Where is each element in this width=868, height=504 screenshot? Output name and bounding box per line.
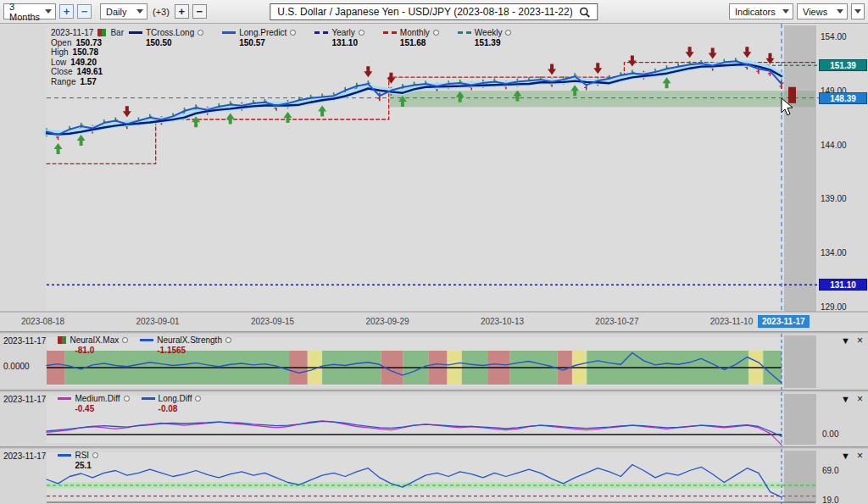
ohlc-row: Range1.57 [51, 77, 124, 87]
panel-legend-value: -0.08 [159, 404, 202, 413]
panel-header: 2023-11-17RSI25.1 [3, 451, 98, 470]
symbol-title: U.S. Dollar / Japanese Yen - USD/JPY (20… [277, 6, 572, 18]
close-panel-icon[interactable]: × [857, 335, 863, 346]
add-bars-button[interactable]: + [175, 4, 189, 19]
legend-label: Long.Predict [239, 28, 287, 37]
ohlc-row: Open150.73 [51, 38, 124, 48]
chart-legend: TCross.Long150.50Long.Predict150.57Yearl… [129, 28, 511, 47]
ohlc-label: Range [51, 77, 75, 87]
panel-diff[interactable]: 2023-11-17Medium.Diff-0.45Long.Diff-0.08… [0, 392, 868, 446]
legend-option-circle[interactable] [290, 30, 296, 36]
date-axis-tick: 2023-11-10 [710, 317, 753, 326]
legend-value: 150.50 [146, 38, 203, 47]
date-axis-tick: 2023-09-01 [136, 317, 179, 326]
legend-value: 151.39 [475, 38, 512, 47]
panel-legend-value: -81.0 [75, 346, 128, 355]
legend-option-circle[interactable] [198, 30, 203, 36]
ohlc-value: 149.61 [77, 67, 103, 77]
collapse-panel-icon[interactable]: ▼ [841, 451, 850, 461]
cursor-date-badge: 2023-11-17 [758, 315, 810, 328]
date-axis-tick: 2023-08-18 [21, 317, 64, 326]
value-axis-label: 0.00 [822, 429, 838, 439]
value-axis-label: 69.0 [822, 466, 838, 475]
remove-bars-button[interactable]: − [192, 4, 207, 19]
date-axis-tick: 2023-09-15 [251, 317, 294, 326]
period-select[interactable]: Daily [100, 3, 147, 19]
panel-legend-value: 25.1 [75, 461, 98, 470]
legend-item-top: TCross.Long [129, 28, 203, 37]
chevron-down-icon [782, 9, 789, 14]
price-level-badge: 148.39 [819, 92, 867, 104]
legend-item-long-predict: Long.Predict150.57 [222, 28, 296, 47]
search-icon[interactable] [580, 7, 591, 18]
panel-legend-label: NeuralX.Strength [157, 335, 222, 345]
panel-date-label: 2023-11-17 [3, 451, 46, 461]
panel-date-label: 2023-11-17 [3, 335, 46, 346]
rsi-canvas[interactable] [0, 449, 868, 504]
panel-legend-top: NeuralX.Max [58, 335, 128, 345]
legend-option-circle[interactable] [433, 30, 439, 36]
panel-legend-label: Medium.Diff [75, 394, 120, 403]
panel-rsi[interactable]: 2023-11-17RSI25.1▼×69.019.0 [0, 449, 868, 504]
panel-legend-item: NeuralX.Strength-1.1565 [140, 335, 231, 355]
legend-option-circle[interactable] [359, 30, 364, 36]
panel-legend-item: Medium.Diff-0.45 [58, 394, 129, 413]
price-axis-tick: 139.00 [821, 194, 865, 203]
panel-legend-top: Medium.Diff [58, 394, 129, 403]
price-chart-canvas[interactable] [0, 24, 868, 313]
views-extra-dropdown[interactable] [851, 3, 865, 19]
legend-item-top: Monthly [383, 28, 439, 37]
legend-item-top: Weekly [458, 28, 512, 37]
indicators-select-value: Indicators [735, 7, 777, 17]
panel-legend-item: RSI25.1 [58, 451, 98, 470]
period-select-value: Daily [106, 7, 131, 17]
collapse-panel-icon[interactable]: ▼ [841, 394, 850, 404]
legend-line-swatch [58, 397, 71, 400]
legend-item-monthly: Monthly151.68 [383, 28, 439, 47]
cursor-date-label: 2023-11-17 [51, 28, 93, 38]
main-price-chart[interactable]: 2023-11-17BarOpen150.73High150.78Low149.… [0, 24, 868, 331]
date-axis-tick: 2023-10-13 [481, 317, 524, 326]
legend-item-tcross-long: TCross.Long150.50 [129, 28, 203, 47]
panel-controls: ▼× [841, 393, 863, 405]
range-select[interactable]: 3 Months [3, 3, 56, 19]
indicators-select[interactable]: Indicators [729, 3, 793, 19]
close-panel-icon[interactable]: × [857, 393, 863, 405]
panel-legend-item: Long.Diff-0.08 [142, 394, 202, 413]
price-level-badge: 151.39 [819, 59, 867, 71]
legend-item-weekly: Weekly151.39 [458, 28, 512, 47]
close-panel-icon[interactable]: × [857, 450, 863, 462]
chevron-down-icon [45, 9, 52, 14]
zero-axis-label: 0.0000 [3, 362, 30, 371]
date-axis-tick: 2023-10-27 [595, 317, 638, 326]
legend-option-circle[interactable] [225, 337, 231, 343]
ohlc-row: Close149.61 [51, 67, 124, 77]
panel-neuralx[interactable]: 2023-11-17NeuralX.Max-81.0NeuralX.Streng… [0, 334, 868, 390]
toolbar: 3 Months + − Daily (+3) + − U.S. Dollar … [0, 0, 868, 24]
symbol-title-box[interactable]: U.S. Dollar / Japanese Yen - USD/JPY (20… [270, 3, 598, 20]
panel-controls: ▼× [841, 335, 863, 346]
legend-option-circle[interactable] [505, 30, 511, 36]
legend-option-circle[interactable] [195, 396, 201, 402]
legend-line-swatch [458, 31, 471, 34]
panel-legend-label: Long.Diff [159, 394, 192, 403]
ohlc-value: 150.73 [75, 38, 102, 48]
collapse-panel-icon[interactable]: ▼ [841, 335, 850, 346]
bar-series-icon [58, 336, 66, 344]
views-select[interactable]: Views [797, 3, 848, 19]
zoom-in-button[interactable]: + [59, 4, 74, 19]
panel-legend-label: NeuralX.Max [70, 335, 119, 345]
zoom-out-button[interactable]: − [77, 4, 92, 19]
panel-legend-top: NeuralX.Strength [140, 335, 231, 345]
bars-offset-label: (+3) [151, 7, 171, 17]
legend-option-circle[interactable] [124, 396, 130, 402]
legend-option-circle[interactable] [92, 452, 98, 458]
ohlc-value: 149.20 [70, 58, 97, 68]
panel-date-label: 2023-11-17 [3, 394, 46, 404]
legend-line-swatch [129, 31, 142, 34]
legend-item-top: Yearly [314, 28, 364, 37]
ohlc-readout: 2023-11-17BarOpen150.73High150.78Low149.… [51, 28, 124, 86]
legend-option-circle[interactable] [122, 337, 128, 343]
panel-header: 2023-11-17NeuralX.Max-81.0NeuralX.Streng… [3, 335, 231, 355]
date-axis-tick: 2023-09-29 [365, 317, 409, 326]
